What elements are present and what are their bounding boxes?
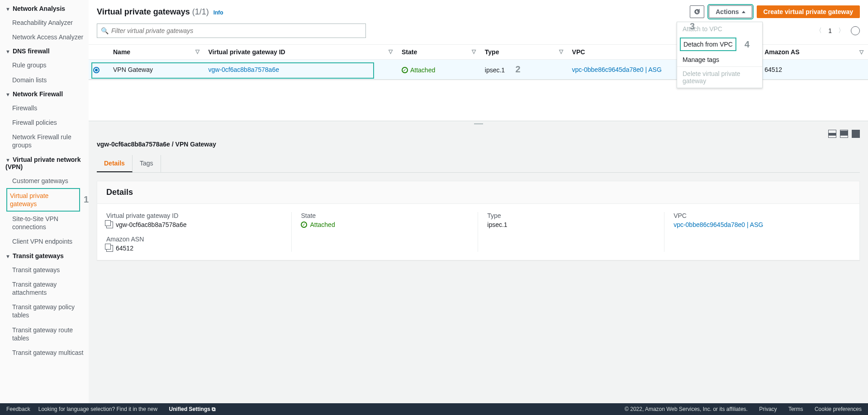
page-number: 1 [828, 27, 832, 34]
footer-lang-hint: Looking for language selection? Find it … [38, 406, 216, 412]
sidebar-item-tgw-multicast[interactable]: Transit gateway multicast [0, 345, 89, 360]
sidebar-item-firewalls[interactable]: Firewalls [0, 101, 89, 115]
label-state: State [301, 212, 469, 219]
label-type: Type [487, 212, 655, 219]
footer-feedback[interactable]: Feedback [6, 406, 30, 412]
sidebar-item-reachability[interactable]: Reachability Analyzer [0, 15, 89, 30]
page-next[interactable]: 〉 [838, 27, 844, 35]
sidebar-item-nf-rule-groups[interactable]: Network Firewall rule groups [0, 130, 89, 152]
chevron-down-icon: ▼ [5, 6, 10, 12]
cell-state: ✓Attached [402, 66, 435, 74]
value-gateway-id: vgw-0cf6ac8b8a7578a6e [116, 221, 186, 228]
menu-attach-to-vpc: Attach to VPC 3 [677, 22, 762, 36]
footer-copyright: © 2022, Amazon Web Services, Inc. or its… [625, 406, 748, 412]
main-content: ⓘ Virtual private gateways (1/1) Info Ac… [89, 0, 868, 403]
page-prev[interactable]: 〈 [816, 27, 822, 35]
sidebar-item-client-vpn[interactable]: Client VPN endpoints [0, 234, 89, 249]
annotation-badge-3: 3 [690, 21, 695, 32]
sort-icon: ▽ [472, 48, 476, 55]
label-vpc: VPC [674, 212, 841, 219]
nav-group-transit-gateways[interactable]: ▼Transit gateways [0, 249, 89, 263]
nav-group-label: Network Firewall [13, 90, 63, 98]
nav-group-dns-firewall[interactable]: ▼DNS firewall [0, 44, 89, 58]
grip-icon [474, 123, 483, 124]
nav-group-label: Virtual private network (VPN) [5, 156, 81, 170]
sidebar-item-tgw-policy-tables[interactable]: Transit gateway policy tables [0, 300, 89, 322]
detail-tabs: Details Tags [97, 155, 860, 173]
footer-cookies[interactable]: Cookie preferences [815, 406, 862, 412]
sidebar-item-firewall-policies[interactable]: Firewall policies [0, 115, 89, 130]
sidebar-item-tgw-attachments[interactable]: Transit gateway attachments [0, 277, 89, 300]
settings-icon[interactable] [851, 26, 860, 35]
cell-gateway-id-link[interactable]: vgw-0cf6ac8b8a7578a6e [209, 66, 279, 73]
chevron-down-icon: ▼ [5, 92, 10, 97]
cell-asn: 64512 [760, 60, 846, 80]
value-asn: 64512 [116, 245, 133, 252]
refresh-icon [693, 8, 701, 15]
cell-vpc-link[interactable]: vpc-0bbe86c9645da78e0 | ASG [572, 66, 662, 73]
refresh-button[interactable] [690, 5, 704, 18]
footer: Feedback Looking for language selection?… [0, 403, 868, 415]
chevron-down-icon: ▼ [5, 49, 10, 54]
sort-icon: ▽ [195, 48, 199, 55]
copy-icon[interactable] [106, 222, 113, 228]
col-id[interactable]: Virtual private gateway ID▽ [204, 45, 397, 60]
sidebar-item-rule-groups[interactable]: Rule groups [0, 58, 89, 72]
create-gateway-button[interactable]: Create virtual private gateway [757, 5, 860, 18]
nav-group-label: DNS firewall [13, 47, 50, 55]
menu-manage-tags[interactable]: Manage tags [677, 53, 762, 66]
filter-input[interactable] [111, 27, 362, 34]
sort-icon: ▽ [559, 48, 563, 55]
sort-icon: ▽ [389, 48, 393, 55]
sidebar-item-network-access[interactable]: Network Access Analyzer [0, 30, 89, 44]
annotation-badge-2: 2 [516, 64, 521, 74]
footer-terms[interactable]: Terms [788, 406, 803, 412]
triangle-up-icon [742, 11, 745, 13]
label-asn: Amazon ASN [106, 236, 282, 243]
footer-unified-settings-link[interactable]: Unified Settings ⧉ [169, 406, 216, 412]
tab-details[interactable]: Details [97, 155, 133, 172]
footer-privacy[interactable]: Privacy [759, 406, 777, 412]
col-name[interactable]: Name▽ [109, 45, 204, 60]
nav-group-label: Network Analysis [13, 5, 65, 12]
sidebar-item-tgw-route-tables[interactable]: Transit gateway route tables [0, 323, 89, 345]
annotation-badge-4: 4 [745, 39, 749, 50]
nav-group-network-analysis[interactable]: ▼Network Analysis [0, 2, 89, 15]
sidebar-item-domain-lists[interactable]: Domain lists [0, 73, 89, 87]
filter-input-wrap[interactable]: 🔍 [97, 24, 366, 38]
pane-layout-3-icon[interactable] [852, 130, 860, 138]
sidebar-item-transit-gateways[interactable]: Transit gateways [0, 263, 89, 277]
copy-icon[interactable] [106, 245, 113, 252]
cell-name: VPN Gateway [109, 60, 204, 80]
split-handle[interactable] [89, 121, 868, 126]
cell-type: ipsec.1 2 [480, 60, 568, 80]
card-title: Details [97, 181, 859, 204]
actions-dropdown: Attach to VPC 3 Detach from VPC 4 Manage… [677, 22, 763, 88]
actions-button[interactable]: Actions [709, 5, 752, 18]
menu-detach-from-vpc[interactable]: Detach from VPC [680, 38, 736, 51]
sidebar-item-customer-gateways[interactable]: Customer gateways [0, 174, 89, 188]
detail-pane: vgw-0cf6ac8b8a7578a6e / VPN Gateway Deta… [89, 126, 868, 403]
pane-layout-2-icon[interactable] [840, 130, 848, 138]
detail-breadcrumb: vgw-0cf6ac8b8a7578a6e / VPN Gateway [97, 139, 860, 151]
sidebar[interactable]: ▼Network Analysis Reachability Analyzer … [0, 0, 89, 403]
value-state: Attached [310, 221, 335, 228]
nav-group-vpn[interactable]: ▼Virtual private network (VPN) [0, 153, 89, 174]
chevron-down-icon: ▼ [5, 157, 10, 163]
nav-group-label: Transit gateways [13, 252, 64, 259]
annotation-badge-1: 1 [84, 194, 89, 205]
row-radio[interactable] [93, 67, 100, 73]
col-type[interactable]: Type▽ [480, 45, 568, 60]
col-state[interactable]: State▽ [397, 45, 480, 60]
sort-icon: ▽ [859, 49, 863, 55]
page-title: Virtual private gateways (1/1) [97, 7, 209, 17]
sidebar-item-virtual-private-gateways[interactable]: Virtual private gateways [6, 188, 80, 212]
nav-group-network-firewall[interactable]: ▼Network Firewall [0, 87, 89, 101]
tab-tags[interactable]: Tags [133, 155, 161, 172]
details-card: Details Virtual private gateway ID vgw-0… [97, 181, 860, 260]
col-asn[interactable]: Amazon AS [760, 45, 846, 60]
value-vpc-link[interactable]: vpc-0bbe86c9645da78e0 | ASG [674, 221, 763, 228]
sidebar-item-site-to-site[interactable]: Site-to-Site VPN connections [0, 212, 89, 234]
pane-layout-1-icon[interactable] [828, 130, 836, 138]
info-link[interactable]: Info [213, 9, 223, 16]
